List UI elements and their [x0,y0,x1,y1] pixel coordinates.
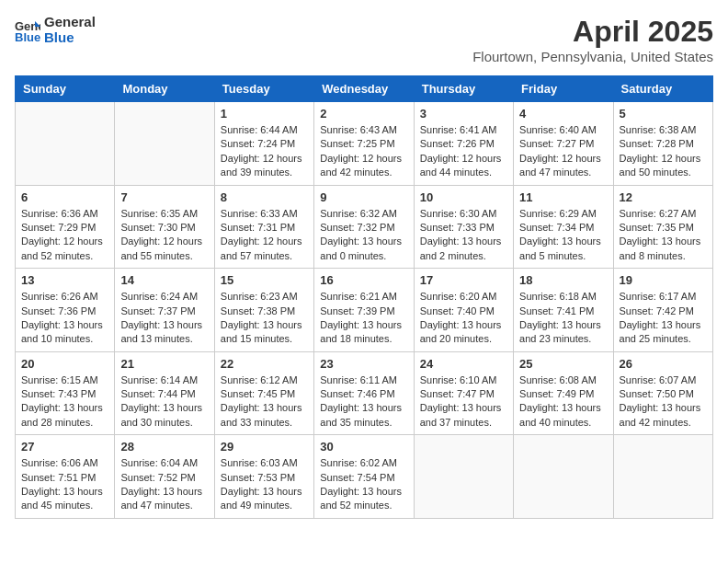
day-number: 29 [221,440,308,454]
calendar-cell [16,102,115,186]
day-info: Sunrise: 6:30 AM Sunset: 7:33 PM Dayligh… [420,207,507,264]
day-info: Sunrise: 6:12 AM Sunset: 7:45 PM Dayligh… [221,373,308,431]
day-number: 15 [221,273,308,287]
day-info: Sunrise: 6:29 AM Sunset: 7:34 PM Dayligh… [519,207,607,264]
logo-icon: General Blue [15,17,40,43]
day-number: 21 [120,357,208,371]
day-number: 30 [320,440,407,454]
calendar-cell: 14Sunrise: 6:24 AM Sunset: 7:37 PM Dayli… [115,269,214,352]
day-info: Sunrise: 6:33 AM Sunset: 7:31 PM Dayligh… [221,207,308,264]
calendar-cell: 3Sunrise: 6:41 AM Sunset: 7:26 PM Daylig… [414,102,513,186]
calendar-week-4: 20Sunrise: 6:15 AM Sunset: 7:43 PM Dayli… [16,351,713,435]
day-info: Sunrise: 6:41 AM Sunset: 7:26 PM Dayligh… [420,123,507,180]
page-header: General Blue General Blue April 2025 Flo… [15,15,713,64]
calendar-week-1: 1Sunrise: 6:44 AM Sunset: 7:24 PM Daylig… [16,102,713,186]
day-info: Sunrise: 6:04 AM Sunset: 7:52 PM Dayligh… [120,456,208,513]
calendar-cell: 28Sunrise: 6:04 AM Sunset: 7:52 PM Dayli… [115,435,214,519]
calendar-cell: 12Sunrise: 6:27 AM Sunset: 7:35 PM Dayli… [613,185,712,269]
day-info: Sunrise: 6:20 AM Sunset: 7:40 PM Dayligh… [420,290,507,347]
calendar-cell: 11Sunrise: 6:29 AM Sunset: 7:34 PM Dayli… [514,185,613,269]
calendar-cell: 24Sunrise: 6:10 AM Sunset: 7:47 PM Dayli… [414,351,513,435]
day-header-sunday: Sunday [16,76,115,102]
logo: General Blue General Blue [15,15,96,45]
day-number: 4 [519,107,607,121]
calendar-cell: 18Sunrise: 6:18 AM Sunset: 7:41 PM Dayli… [514,269,613,352]
calendar-cell: 23Sunrise: 6:11 AM Sunset: 7:46 PM Dayli… [314,351,414,435]
calendar-cell: 21Sunrise: 6:14 AM Sunset: 7:44 PM Dayli… [115,351,214,435]
day-number: 19 [620,273,707,287]
day-info: Sunrise: 6:38 AM Sunset: 7:28 PM Dayligh… [620,123,707,180]
calendar-cell: 8Sunrise: 6:33 AM Sunset: 7:31 PM Daylig… [214,185,313,269]
day-info: Sunrise: 6:14 AM Sunset: 7:44 PM Dayligh… [120,373,208,431]
calendar-week-2: 6Sunrise: 6:36 AM Sunset: 7:29 PM Daylig… [16,185,713,269]
day-header-saturday: Saturday [613,76,712,102]
calendar-cell: 19Sunrise: 6:17 AM Sunset: 7:42 PM Dayli… [613,269,712,352]
day-info: Sunrise: 6:17 AM Sunset: 7:42 PM Dayligh… [620,290,707,347]
calendar-week-5: 27Sunrise: 6:06 AM Sunset: 7:51 PM Dayli… [16,435,713,519]
calendar-cell: 29Sunrise: 6:03 AM Sunset: 7:53 PM Dayli… [214,435,313,519]
calendar-cell: 30Sunrise: 6:02 AM Sunset: 7:54 PM Dayli… [314,435,414,519]
day-info: Sunrise: 6:23 AM Sunset: 7:38 PM Dayligh… [221,290,308,347]
day-info: Sunrise: 6:43 AM Sunset: 7:25 PM Dayligh… [320,123,407,180]
day-number: 8 [221,190,308,204]
day-number: 10 [420,190,507,204]
day-number: 14 [120,273,208,287]
calendar-cell: 26Sunrise: 6:07 AM Sunset: 7:50 PM Dayli… [613,351,712,435]
day-info: Sunrise: 6:40 AM Sunset: 7:27 PM Dayligh… [519,123,607,180]
day-number: 6 [21,190,108,204]
day-info: Sunrise: 6:24 AM Sunset: 7:37 PM Dayligh… [120,290,208,347]
calendar-cell: 1Sunrise: 6:44 AM Sunset: 7:24 PM Daylig… [214,102,313,186]
day-number: 3 [420,107,507,121]
day-number: 18 [519,273,607,287]
day-info: Sunrise: 6:15 AM Sunset: 7:43 PM Dayligh… [21,373,108,431]
calendar-cell: 22Sunrise: 6:12 AM Sunset: 7:45 PM Dayli… [214,351,313,435]
day-number: 13 [21,273,108,287]
calendar-cell [613,435,712,519]
day-info: Sunrise: 6:08 AM Sunset: 7:49 PM Dayligh… [519,373,607,431]
day-number: 23 [320,357,407,371]
day-info: Sunrise: 6:11 AM Sunset: 7:46 PM Dayligh… [320,373,407,431]
day-info: Sunrise: 6:32 AM Sunset: 7:32 PM Dayligh… [320,207,407,264]
day-info: Sunrise: 6:07 AM Sunset: 7:50 PM Dayligh… [620,373,707,431]
day-header-monday: Monday [115,76,214,102]
calendar-cell: 9Sunrise: 6:32 AM Sunset: 7:32 PM Daylig… [314,185,414,269]
calendar-cell: 6Sunrise: 6:36 AM Sunset: 7:29 PM Daylig… [16,185,115,269]
day-info: Sunrise: 6:35 AM Sunset: 7:30 PM Dayligh… [120,207,208,264]
logo-blue-text: Blue [44,30,96,46]
calendar-cell: 25Sunrise: 6:08 AM Sunset: 7:49 PM Dayli… [514,351,613,435]
day-header-thursday: Thursday [414,76,513,102]
day-number: 17 [420,273,507,287]
day-info: Sunrise: 6:27 AM Sunset: 7:35 PM Dayligh… [620,207,707,264]
day-header-friday: Friday [514,76,613,102]
day-number: 5 [620,107,707,121]
title-block: April 2025 Flourtown, Pennsylvania, Unit… [472,15,713,64]
day-info: Sunrise: 6:10 AM Sunset: 7:47 PM Dayligh… [420,373,507,431]
calendar-cell: 13Sunrise: 6:26 AM Sunset: 7:36 PM Dayli… [16,269,115,352]
svg-text:Blue: Blue [15,30,40,43]
day-number: 25 [519,357,607,371]
location: Flourtown, Pennsylvania, United States [472,49,713,64]
calendar-cell [115,102,214,186]
calendar-cell: 5Sunrise: 6:38 AM Sunset: 7:28 PM Daylig… [613,102,712,186]
calendar-cell [514,435,613,519]
day-number: 27 [21,440,108,454]
day-number: 20 [21,357,108,371]
day-number: 16 [320,273,407,287]
calendar-cell: 16Sunrise: 6:21 AM Sunset: 7:39 PM Dayli… [314,269,414,352]
day-info: Sunrise: 6:02 AM Sunset: 7:54 PM Dayligh… [320,456,407,513]
day-header-wednesday: Wednesday [314,76,414,102]
calendar-cell: 27Sunrise: 6:06 AM Sunset: 7:51 PM Dayli… [16,435,115,519]
calendar-cell: 7Sunrise: 6:35 AM Sunset: 7:30 PM Daylig… [115,185,214,269]
calendar-table: SundayMondayTuesdayWednesdayThursdayFrid… [15,75,713,519]
day-number: 22 [221,357,308,371]
day-number: 26 [620,357,707,371]
calendar-header-row: SundayMondayTuesdayWednesdayThursdayFrid… [16,76,713,102]
calendar-cell: 20Sunrise: 6:15 AM Sunset: 7:43 PM Dayli… [16,351,115,435]
day-number: 28 [120,440,208,454]
day-number: 9 [320,190,407,204]
calendar-cell: 2Sunrise: 6:43 AM Sunset: 7:25 PM Daylig… [314,102,414,186]
calendar-cell: 4Sunrise: 6:40 AM Sunset: 7:27 PM Daylig… [514,102,613,186]
day-info: Sunrise: 6:26 AM Sunset: 7:36 PM Dayligh… [21,290,108,347]
day-number: 7 [120,190,208,204]
day-info: Sunrise: 6:03 AM Sunset: 7:53 PM Dayligh… [221,456,308,513]
